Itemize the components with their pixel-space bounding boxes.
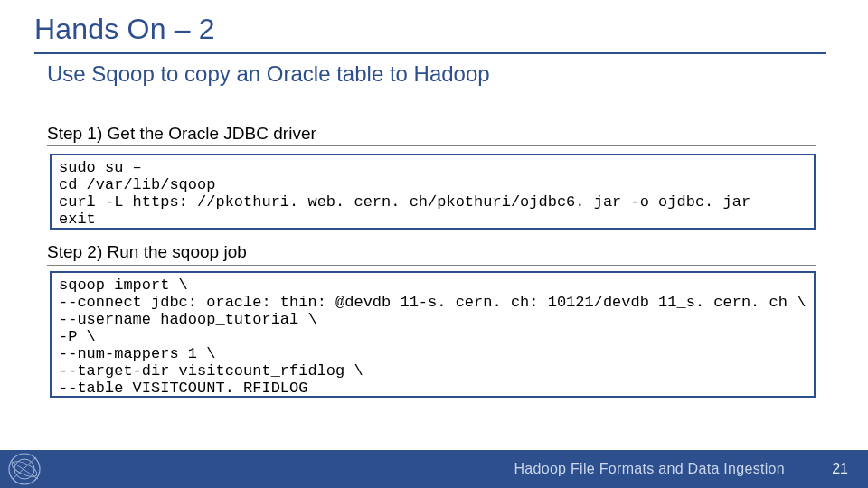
cern-logo-icon	[7, 452, 42, 488]
step-2-underline	[47, 265, 816, 266]
footer-bar: Hadoop File Formats and Data Ingestion 2…	[0, 450, 868, 488]
slide-subtitle: Use Sqoop to copy an Oracle table to Had…	[47, 61, 490, 87]
code-block-1: sudo su – cd /var/lib/sqoop curl -L http…	[50, 154, 816, 230]
code-block-2: sqoop import \ --connect jdbc: oracle: t…	[50, 271, 816, 398]
slide-title: Hands On – 2	[34, 13, 215, 46]
step-1-underline	[47, 145, 816, 146]
slide: Hands On – 2 Use Sqoop to copy an Oracle…	[0, 0, 868, 488]
step-1-heading: Step 1) Get the Oracle JDBC driver	[47, 124, 316, 144]
page-number: 21	[832, 461, 848, 477]
title-underline	[34, 52, 826, 54]
code-block-2-text: sqoop import \ --connect jdbc: oracle: t…	[59, 277, 807, 397]
step-2-heading: Step 2) Run the sqoop job	[47, 242, 247, 262]
code-block-1-text: sudo su – cd /var/lib/sqoop curl -L http…	[59, 159, 807, 228]
footer-caption: Hadoop File Formats and Data Ingestion	[514, 461, 785, 477]
